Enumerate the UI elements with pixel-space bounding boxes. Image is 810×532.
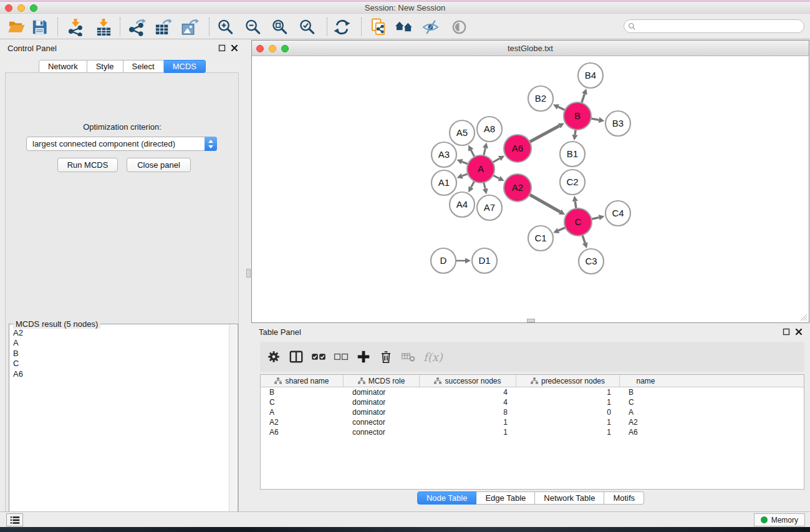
mcds-result-item[interactable]: C [13,359,229,369]
tab-edge-table[interactable]: Edge Table [476,491,535,505]
table-cell[interactable]: connector [344,427,420,437]
table-settings-button[interactable] [263,346,285,368]
home-button[interactable] [393,17,413,37]
column-header-name[interactable]: name [620,375,672,387]
copy-network-button[interactable] [369,17,388,37]
mcds-result-item[interactable]: A [13,338,229,348]
node-A5[interactable]: A5 [450,120,475,145]
import-table-button[interactable] [94,17,113,37]
zoom-fit-button[interactable] [269,17,289,37]
node-A6[interactable]: A6 [504,135,531,162]
column-header-shared-name[interactable]: shared name [261,375,344,387]
table-cell[interactable]: 8 [420,407,516,417]
table-cell[interactable]: B [620,387,672,397]
table-cell[interactable]: 1 [420,417,516,427]
vertical-splitter-grip[interactable] [246,269,251,278]
hide-selected-button[interactable] [420,17,440,37]
float-panel-icon[interactable] [783,328,790,336]
column-header-successor-nodes[interactable]: successor nodes [420,375,516,387]
close-panel-button[interactable]: Close panel [127,158,191,172]
node-A7[interactable]: A7 [477,195,502,220]
tab-select[interactable]: Select [123,60,164,73]
memory-button[interactable]: Memory [754,513,805,526]
node-C[interactable]: C [564,208,592,236]
node-A2[interactable]: A2 [504,174,531,201]
node-C3[interactable]: C3 [579,249,604,274]
resize-grip-icon[interactable] [799,312,808,321]
refresh-layout-button[interactable] [332,17,352,37]
table-cell[interactable]: dominator [344,397,420,407]
node-C1[interactable]: C1 [528,226,553,251]
deselect-all-columns-button[interactable] [330,346,352,368]
save-session-button[interactable] [29,17,49,37]
close-panel-icon[interactable] [795,328,803,336]
zoom-out-button[interactable] [243,17,263,37]
zoom-selected-button[interactable] [297,17,317,37]
table-cell[interactable]: A2 [261,417,344,427]
node-A3[interactable]: A3 [432,142,456,167]
split-view-button[interactable] [285,346,307,368]
table-cell[interactable]: 4 [420,397,516,407]
float-panel-icon[interactable] [218,44,226,52]
network-canvas[interactable]: B4B2BB3A8A5A6B1A3AC2A1A2A4A7C4CC1DD1C3 [252,56,809,322]
tab-style[interactable]: Style [87,60,123,73]
criterion-dropdown[interactable]: largest connected component (directed) [26,137,217,151]
node-C2[interactable]: C2 [560,170,585,195]
node-A[interactable]: A [467,155,494,183]
select-all-columns-button[interactable] [307,346,330,368]
node-A1[interactable]: A1 [432,170,456,195]
table-cell[interactable]: A [620,407,672,417]
table-cell[interactable]: 1 [516,397,620,407]
export-image-button[interactable] [180,17,200,37]
table-cell[interactable]: C [261,397,344,407]
search-input[interactable] [639,21,804,31]
mcds-result-item[interactable]: A2 [13,328,229,338]
run-mcds-button[interactable]: Run MCDS [57,158,118,172]
table-cell[interactable]: dominator [344,407,420,417]
table-cell[interactable]: A [261,407,344,417]
close-panel-icon[interactable] [231,44,238,52]
mcds-result-item[interactable]: A6 [13,369,229,379]
table-cell[interactable]: 1 [516,417,620,427]
node-B2[interactable]: B2 [528,86,553,111]
table-cell[interactable]: A6 [620,427,672,437]
table-cell[interactable]: 1 [420,427,516,437]
node-B[interactable]: B [564,102,591,130]
tab-mcds[interactable]: MCDS [164,60,206,73]
function-builder-button[interactable]: f(x) [423,351,443,364]
node-A8[interactable]: A8 [477,117,502,142]
import-network-button[interactable] [65,17,85,37]
node-B4[interactable]: B4 [578,63,603,88]
tab-node-table[interactable]: Node Table [417,491,477,505]
table-cell[interactable]: 1 [516,387,620,397]
delete-column-button[interactable] [375,346,397,368]
table-cell[interactable]: C [620,397,672,407]
node-C4[interactable]: C4 [605,201,630,226]
show-all-button[interactable] [449,17,469,37]
table-cell[interactable]: A6 [261,427,344,437]
tab-motifs[interactable]: Motifs [604,491,644,505]
table-cell[interactable]: connector [344,417,420,427]
table-cell[interactable]: 0 [516,407,620,417]
table-cell[interactable]: 4 [420,387,516,397]
table-cell[interactable]: dominator [344,387,420,397]
task-history-button[interactable] [6,513,23,526]
column-header-mcds-role[interactable]: MCDS role [344,375,420,387]
horizontal-splitter-grip[interactable] [527,319,535,322]
column-header-predecessor-nodes[interactable]: predecessor nodes [516,375,620,387]
add-column-button[interactable] [352,346,375,368]
node-A4[interactable]: A4 [450,192,475,217]
zoom-in-button[interactable] [215,17,235,37]
node-D1[interactable]: D1 [472,248,497,273]
open-session-button[interactable] [6,17,26,37]
node-D[interactable]: D [431,248,456,273]
table-cell[interactable]: 1 [516,427,620,437]
tab-network[interactable]: Network [39,60,87,73]
mcds-result-item[interactable]: B [13,349,229,359]
tab-network-table[interactable]: Network Table [535,491,604,505]
delete-table-button[interactable] [397,346,420,368]
node-B1[interactable]: B1 [560,142,585,167]
list-scrollbar[interactable] [229,325,237,532]
export-table-button[interactable] [153,17,173,37]
node-B3[interactable]: B3 [605,111,630,136]
